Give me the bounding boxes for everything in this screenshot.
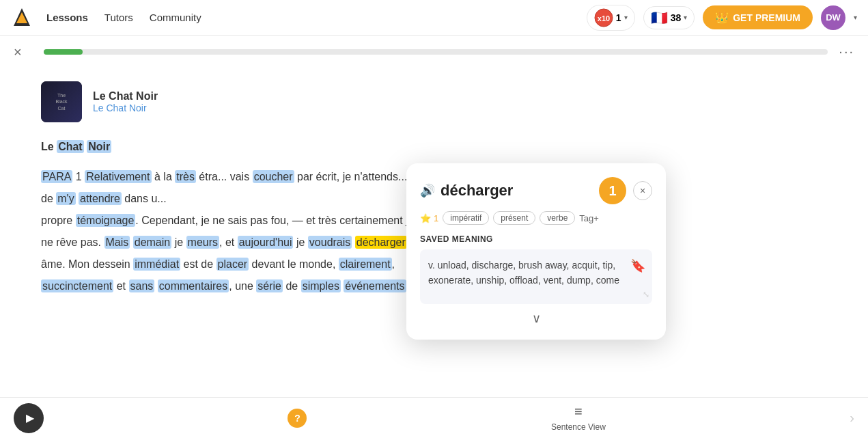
book-cover: TheBlackCat [41, 81, 82, 122]
right-arrow-icon[interactable]: › [850, 410, 854, 426]
lang-chevron[interactable]: ▾ [684, 14, 687, 21]
streak-chevron[interactable]: ▾ [624, 14, 628, 21]
nav-community[interactable]: Community [150, 12, 201, 23]
bottom-bar: ▶ ? ≡ Sentence View › [0, 397, 868, 438]
word-aujourd[interactable]: aujourd'hui [238, 236, 294, 249]
nav-right: x10 1 ▾ 🇫🇷 38 ▾ 👑 GET PREMIUM DW ▾ [587, 5, 857, 31]
progress-bar [44, 49, 828, 55]
navbar: Lessons Tutors Community x10 1 ▾ 🇫🇷 38 ▾… [0, 0, 868, 36]
premium-button[interactable]: 👑 GET PREMIUM [703, 5, 813, 29]
more-button[interactable]: ··· [839, 44, 854, 59]
word-relativement[interactable]: Relativement [85, 170, 151, 183]
cover-text: TheBlackCat [55, 92, 67, 111]
avatar-chevron[interactable]: ▾ [854, 14, 857, 21]
flag-icon: 🇫🇷 [651, 10, 668, 26]
popup-badge: 1 [599, 177, 626, 204]
progress-fill [44, 49, 83, 55]
tag-present[interactable]: présent [493, 211, 535, 225]
book-subtitle[interactable]: Le Chat Noir [93, 102, 158, 113]
popup-expand-button[interactable]: ∨ [420, 311, 652, 326]
word-chat[interactable]: Chat [57, 140, 84, 153]
story-title: Le Chat Noir [41, 136, 464, 158]
star-rating: ⭐ 1 [420, 213, 438, 223]
word-my[interactable]: m'y [56, 192, 75, 205]
word-popup: 🔊 décharger 1 × ⭐ 1 impératif présent ve… [406, 163, 666, 340]
word-placer[interactable]: placer [216, 258, 249, 271]
word-demain[interactable]: demain [133, 236, 171, 249]
word-sans[interactable]: sans [129, 279, 155, 292]
rating-count: 1 [434, 213, 438, 223]
svg-text:x10: x10 [598, 14, 610, 23]
sentence-view-label: Sentence View [551, 422, 606, 432]
nav-lessons[interactable]: Lessons [46, 12, 88, 23]
popup-close-button[interactable]: × [633, 181, 652, 200]
tag-add-button[interactable]: Tag+ [579, 213, 599, 223]
word-mais[interactable]: Mais [104, 236, 130, 249]
help-button[interactable]: ? [288, 409, 307, 428]
word-simples[interactable]: simples [301, 279, 341, 292]
popup-word-row: 🔊 décharger [420, 182, 513, 200]
streak-badge[interactable]: x10 1 ▾ [587, 5, 635, 31]
play-button[interactable]: ▶ [14, 403, 44, 433]
word-noir[interactable]: Noir [87, 140, 111, 153]
book-header: TheBlackCat Le Chat Noir Le Chat Noir [41, 81, 827, 122]
book-title: Le Chat Noir [93, 90, 158, 102]
word-serie[interactable]: série [256, 279, 283, 292]
word-tres[interactable]: très [175, 170, 196, 183]
word-coucher[interactable]: coucher [253, 170, 294, 183]
progress-area: × ··· [0, 36, 868, 68]
bookmark-icon[interactable]: 🔖 [630, 256, 645, 276]
lang-count: 38 [671, 12, 682, 23]
popup-header: 🔊 décharger 1 × [420, 177, 652, 204]
tag-verbe[interactable]: verbe [540, 211, 575, 225]
word-commentaires[interactable]: commentaires [158, 279, 229, 292]
sound-icon[interactable]: 🔊 [420, 183, 435, 198]
word-para[interactable]: PARA [41, 170, 72, 183]
streak-count: 1 [616, 12, 621, 23]
nav-links: Lessons Tutors Community [46, 12, 201, 23]
word-voudrais[interactable]: voudrais [308, 236, 352, 249]
resize-handle[interactable]: ⤡ [643, 288, 649, 301]
word-succinctement[interactable]: succinctement [41, 279, 113, 292]
popup-word: décharger [440, 182, 513, 200]
word-temoignage[interactable]: témoignage [76, 214, 136, 227]
sentence-view-icon: ≡ [574, 404, 583, 420]
word-clairement[interactable]: clairement [339, 258, 392, 271]
popup-section-label: Saved Meaning [420, 234, 652, 244]
word-meurs[interactable]: meurs [186, 236, 219, 249]
logo[interactable] [11, 7, 33, 29]
play-icon: ▶ [26, 411, 34, 424]
popup-meaning-box: v. unload, discharge, brush away, acquit… [420, 249, 652, 304]
sentence-view-button[interactable]: ≡ Sentence View [551, 404, 606, 432]
word-evenements[interactable]: événements [344, 279, 406, 292]
book-info: Le Chat Noir Le Chat Noir [93, 90, 158, 113]
premium-label: GET PREMIUM [733, 12, 800, 23]
main-content: TheBlackCat Le Chat Noir Le Chat Noir Le… [0, 68, 868, 311]
popup-tags: ⭐ 1 impératif présent verbe Tag+ [420, 211, 652, 225]
streak-icon: x10 [594, 8, 613, 27]
story-text: Le Chat Noir PARA 1 Relativement à la tr… [41, 136, 464, 297]
crown-icon: 👑 [715, 11, 729, 24]
close-button[interactable]: × [14, 45, 22, 59]
lang-badge[interactable]: 🇫🇷 38 ▾ [643, 6, 695, 29]
nav-tutors[interactable]: Tutors [104, 12, 133, 23]
tag-imperatif[interactable]: impératif [443, 211, 489, 225]
popup-meaning-text: v. unload, discharge, brush away, acquit… [428, 260, 619, 286]
story-paragraph: PARA 1 Relativement à la très étra... va… [41, 166, 464, 297]
word-decharger-highlighted[interactable]: décharger [355, 236, 407, 249]
word-attendre[interactable]: attendre [79, 192, 122, 205]
word-immediat[interactable]: immédiat [133, 258, 180, 271]
star-icon: ⭐ [420, 213, 431, 223]
avatar[interactable]: DW [821, 5, 845, 30]
